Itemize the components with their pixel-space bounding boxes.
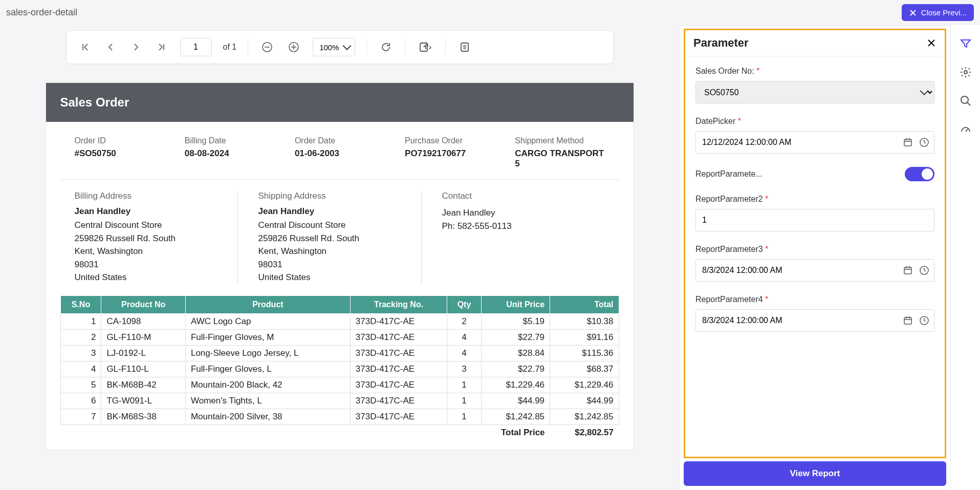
cell-total: $1,229.46 [550, 377, 619, 393]
cell-track: 373D-417C-AE [350, 313, 447, 329]
cell-track: 373D-417C-AE [350, 329, 447, 345]
th-sno: S.No [60, 295, 101, 313]
table-row: 6 TG-W091-L Women's Tights, L 373D-417C-… [60, 393, 619, 409]
table-row: 7 BK-M68S-38 Mountain-200 Silver, 38 373… [60, 409, 619, 424]
gear-icon [960, 66, 972, 78]
filter-rail-button[interactable] [960, 37, 972, 50]
cell-sno: 6 [60, 393, 101, 409]
rp2-input[interactable] [695, 209, 934, 231]
cell-total: $91.16 [550, 329, 619, 345]
cell-sno: 7 [60, 409, 101, 424]
parameter-panel: Parameter Sales Order No: * SO50750 Date… [679, 25, 950, 490]
close-label: Close Previ... [921, 8, 967, 17]
last-page-button[interactable] [155, 40, 169, 54]
billing-date: 08-08-2024 [185, 148, 274, 159]
cell-total: $115.36 [550, 345, 619, 361]
rp3-input[interactable] [695, 259, 934, 282]
cell-track: 373D-417C-AE [350, 377, 447, 393]
refresh-icon [380, 41, 391, 53]
order-id-label: Order ID [75, 136, 164, 145]
cell-prod: Full-Finger Gloves, M [185, 329, 350, 345]
svg-rect-6 [904, 267, 911, 274]
total-price: $2,802.57 [550, 424, 619, 440]
shipping-l5: United States [258, 271, 401, 284]
prev-page-button[interactable] [103, 40, 118, 54]
ship-method-label: Shippment Method [515, 136, 604, 145]
svg-rect-8 [904, 317, 911, 324]
cell-pno: BK-M68S-38 [101, 409, 186, 424]
zoom-out-button[interactable] [259, 39, 275, 55]
zoom-select[interactable]: 100% [313, 38, 355, 56]
cell-sno: 3 [60, 345, 101, 361]
parameter-close-button[interactable] [926, 38, 937, 48]
export-button[interactable] [417, 39, 434, 55]
billing-l3: Kent, Washington [75, 245, 217, 258]
page-of-label: of 1 [223, 42, 237, 52]
cell-total: $10.38 [550, 313, 619, 329]
performance-rail-button[interactable] [960, 123, 972, 136]
cell-qty: 4 [447, 329, 481, 345]
refresh-button[interactable] [378, 39, 394, 55]
report-meta-row: Order ID#SO50750 Billing Date08-08-2024 … [60, 126, 619, 180]
cell-sno: 5 [60, 377, 101, 393]
clock-icon[interactable] [919, 265, 929, 275]
shipping-l3: Kent, Washington [258, 245, 401, 258]
cell-pno: LJ-0192-L [101, 345, 186, 361]
billing-name: Jean Handley [75, 206, 217, 217]
cell-qty: 1 [447, 393, 481, 409]
svg-rect-4 [904, 139, 911, 146]
th-pno: Product No [101, 295, 186, 313]
search-rail-button[interactable] [960, 95, 972, 107]
rp4-input[interactable] [695, 309, 934, 332]
page-layout-icon [459, 41, 470, 53]
billing-l2: 259826 Russell Rd. South [75, 232, 217, 245]
page-layout-button[interactable] [457, 39, 472, 55]
gauge-icon [960, 123, 972, 136]
calendar-icon[interactable] [903, 265, 913, 275]
cell-pno: BK-M68B-42 [101, 377, 186, 393]
cell-sno: 2 [60, 329, 101, 345]
export-icon [419, 41, 432, 53]
calendar-icon[interactable] [903, 137, 913, 147]
close-preview-button[interactable]: Close Previ... [902, 4, 974, 21]
calendar-icon[interactable] [903, 315, 913, 326]
report-toolbar: of 1 100% [66, 30, 614, 64]
page-input[interactable] [180, 38, 212, 56]
cell-unit: $28.84 [481, 345, 550, 361]
rp1-toggle[interactable] [905, 167, 934, 181]
billing-l4: 98031 [75, 258, 217, 271]
so-select[interactable]: SO50750 [695, 81, 934, 103]
cell-total: $44.99 [550, 393, 619, 409]
cell-unit: $5.19 [481, 313, 550, 329]
dp-input[interactable] [695, 131, 934, 154]
clock-icon[interactable] [919, 137, 929, 147]
cell-total: $1,242.85 [550, 409, 619, 424]
svg-point-10 [964, 71, 967, 74]
total-price-label: Total Price [60, 424, 550, 440]
search-icon [960, 95, 972, 107]
order-date: 01-06-2003 [295, 148, 384, 159]
titlebar: sales-order-detail Close Previ... [0, 0, 980, 25]
next-page-button[interactable] [129, 40, 143, 54]
cell-prod: Women's Tights, L [185, 393, 350, 409]
first-page-button[interactable] [78, 40, 92, 54]
cell-track: 373D-417C-AE [350, 361, 447, 377]
first-page-icon [80, 42, 90, 52]
report-area: of 1 100% Sales Order Order ID#SO50750 B… [0, 25, 679, 490]
cell-unit: $1,242.85 [481, 409, 550, 424]
cell-total: $68.37 [550, 361, 619, 377]
clock-icon[interactable] [919, 315, 929, 326]
rp3-label: ReportParameter3 * [695, 245, 934, 254]
view-report-button[interactable]: View Report [684, 461, 946, 486]
zoom-in-button[interactable] [286, 39, 301, 55]
th-track: Tracking No. [350, 295, 447, 313]
table-row: 3 LJ-0192-L Long-Sleeve Logo Jersey, L 3… [60, 345, 619, 361]
contact-title: Contact [442, 191, 584, 201]
cell-track: 373D-417C-AE [350, 393, 447, 409]
report-title: Sales Order [46, 83, 634, 122]
table-row: 5 BK-M68B-42 Mountain-200 Black, 42 373D… [60, 377, 619, 393]
ship-method: CARGO TRANSPORT 5 [515, 148, 604, 169]
th-prod: Product [185, 295, 350, 313]
settings-rail-button[interactable] [960, 66, 972, 78]
cell-pno: GL-F110-L [101, 361, 186, 377]
